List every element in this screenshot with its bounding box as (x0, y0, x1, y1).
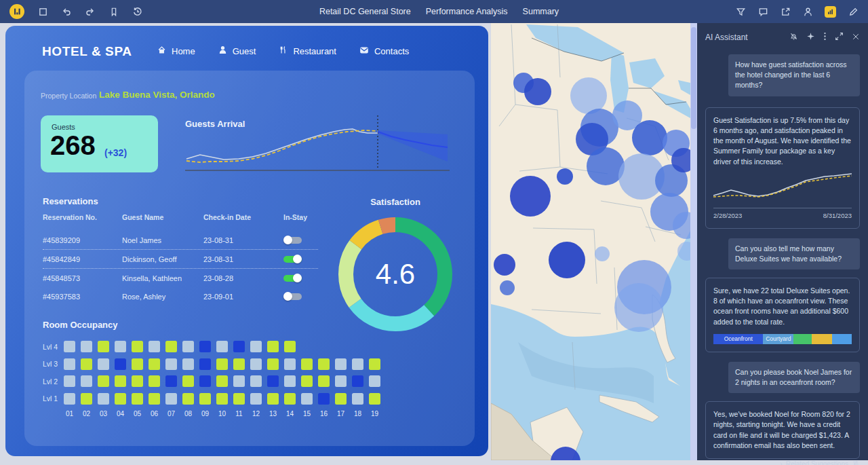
bookmark-icon[interactable] (108, 6, 119, 17)
ai-highlights-icon[interactable] (825, 6, 836, 18)
reservation-checkin: 23-08-31 (203, 236, 283, 244)
occupancy-column-label: 04 (115, 410, 126, 417)
reservation-row: #45839209Noel James23-08-31 (43, 231, 318, 250)
hotel-dashboard: HOTEL & SPA Home Guest Restaurant Contac… (0, 23, 491, 460)
occupancy-row: Lvl 4 (43, 341, 380, 352)
notifications-off-icon[interactable] (789, 31, 798, 43)
occupancy-cell (64, 358, 75, 370)
assistant-message-1: Guest Satisfaction is up 7.5% from this … (705, 107, 860, 229)
filter-icon[interactable] (735, 6, 746, 17)
nav-label: Restaurant (293, 46, 336, 56)
reservation-no: #45839209 (43, 236, 122, 244)
occupancy-cell (369, 375, 380, 387)
nav-guest[interactable]: Guest (218, 45, 256, 56)
sparkle-icon[interactable] (806, 31, 815, 43)
share-icon[interactable] (780, 6, 791, 17)
breadcrumb-segment[interactable]: Summary (523, 7, 559, 16)
close-icon[interactable] (852, 31, 860, 43)
breadcrumb-segment[interactable]: Performance Analysis (426, 7, 508, 16)
occupancy-cell (267, 375, 279, 387)
frame-icon[interactable] (37, 6, 48, 17)
nav-label: Guest (233, 46, 256, 56)
in-stay-toggle[interactable] (283, 275, 302, 282)
guests-kpi-card: Guests 268 (+32) (41, 115, 158, 172)
reservation-checkin: 23-08-31 (203, 255, 283, 263)
occupancy-column-label: 13 (267, 410, 279, 417)
in-stay-toggle[interactable] (283, 256, 302, 263)
occupancy-cell (115, 358, 126, 370)
bar-segment (812, 334, 833, 344)
breadcrumb-segment[interactable]: Retail DC General Store (319, 7, 411, 16)
occupancy-cell (149, 375, 160, 387)
occupancy-column-label: 19 (369, 410, 380, 417)
satisfaction-trend-chart (713, 172, 852, 204)
in-stay-toggle[interactable] (283, 293, 302, 300)
nav-contacts[interactable]: Contacts (359, 45, 409, 56)
redo-icon[interactable] (85, 6, 96, 17)
occupancy-cell (250, 375, 262, 387)
assistant-text-2: Sure, we have 22 total Deluxe Suites ope… (713, 286, 852, 327)
occupancy-cell (132, 341, 143, 352)
occupancy-cell (216, 341, 228, 352)
occupancy-cell (284, 358, 296, 370)
occupancy-cell (81, 341, 92, 352)
reservation-no: #45842849 (43, 255, 122, 263)
kebab-menu-icon[interactable] (823, 31, 827, 43)
comment-icon[interactable] (757, 6, 768, 17)
assistant-text-3: Yes, we've booked Noel for Room 820 for … (713, 409, 852, 451)
map-scrollbar-thumb[interactable] (691, 27, 696, 129)
reservations-title: Reservations (43, 196, 98, 206)
undo-icon[interactable] (61, 6, 72, 17)
occupancy-column-labels: 01020304050607080910111213141516171819 (64, 410, 380, 417)
assistant-header: AI Assistant (705, 30, 860, 45)
occupancy-column-label: 12 (250, 410, 262, 417)
reservation-row: #45937583Rose, Ashley23-09-01 (43, 287, 318, 305)
geo-bubble-map[interactable] (491, 23, 690, 460)
app-logo-icon[interactable] (9, 4, 24, 19)
in-stay-toggle[interactable] (283, 237, 302, 244)
dashboard-card: Property Location Lake Buena Vista, Orla… (24, 71, 475, 446)
col-in-stay: In-Stay (283, 213, 318, 225)
occupancy-cell (335, 358, 347, 370)
regenerate-icon[interactable] (852, 459, 860, 465)
nav-home[interactable]: Home (157, 45, 195, 56)
occupancy-cell (352, 358, 363, 370)
chart-date-start: 2/28/2023 (713, 211, 742, 221)
occupancy-cell (233, 393, 245, 405)
occupancy-cell (199, 341, 211, 352)
col-checkin-date: Check-in Date (203, 213, 283, 225)
occupancy-cell (182, 358, 194, 370)
reservation-checkin: 23-09-01 (203, 293, 283, 301)
envelope-icon (359, 46, 369, 56)
occupancy-column-label: 09 (199, 410, 211, 417)
edit-icon[interactable] (848, 6, 859, 17)
occupancy-cell (318, 358, 330, 370)
reservation-row: #45842849Dickinson, Geoff23-08-31 (43, 250, 318, 269)
occupancy-cell (250, 358, 262, 370)
col-reservation-no: Reservation No. (43, 213, 122, 225)
expand-icon[interactable] (835, 31, 844, 43)
occupancy-level-label: Lvl 2 (43, 377, 64, 386)
hotel-nav: Home Guest Restaurant Contacts (157, 45, 409, 56)
assistant-message-3: Yes, we've booked Noel for Room 820 for … (705, 401, 860, 459)
occupancy-cell (250, 341, 262, 352)
reservation-name: Dickinson, Geoff (122, 255, 203, 263)
nav-restaurant[interactable]: Restaurant (279, 45, 336, 56)
occupancy-level-label: Lvl 4 (43, 343, 64, 351)
occupancy-row: Lvl 1 (43, 393, 380, 405)
occupancy-cell (267, 358, 279, 370)
occupancy-column-label: 17 (335, 410, 347, 417)
occupancy-cell (284, 393, 296, 405)
occupancy-cell (352, 375, 363, 387)
related-suggestions-link[interactable]: › Related Suggestions (705, 459, 860, 465)
history-icon[interactable] (132, 6, 143, 17)
occupancy-cell (216, 358, 228, 370)
user-message-3: Can you please book Noel James for 2 nig… (728, 362, 860, 393)
person-icon[interactable] (802, 6, 813, 17)
occupancy-row: Lvl 2 (43, 375, 380, 387)
occupancy-cell (216, 393, 228, 405)
occupancy-cell (132, 358, 143, 370)
occupancy-column-label: 10 (216, 410, 228, 417)
guests-delta: (+32) (104, 147, 127, 158)
occupancy-cell (233, 358, 245, 370)
